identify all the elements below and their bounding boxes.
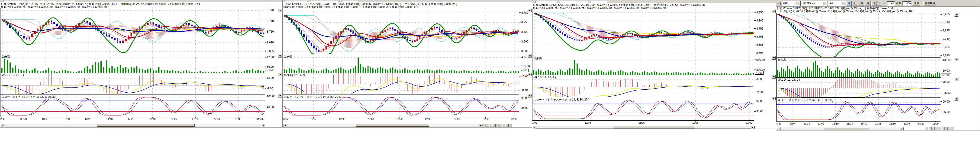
scrollbar-thumb[interactable]	[356, 124, 429, 127]
stochastics-plot[interactable]: スロー・ストキャスティクス( 14, 3, 80, 20 )	[776, 97, 941, 121]
x-axis-label: 12:00	[63, 118, 70, 120]
chart-tool-button[interactable]	[486, 124, 489, 127]
chart-tool-button[interactable]	[951, 127, 954, 130]
symbol-combo-1[interactable]: 日経225mini	[800, 1, 827, 6]
scroll-right-button[interactable]	[261, 124, 265, 127]
toolbar-dropdown-button[interactable]	[777, 2, 781, 5]
symbol-combo-2[interactable]: 11/12	[827, 1, 845, 6]
candlestick-plot[interactable]	[532, 9, 755, 56]
stochastics-plot[interactable]: スロー・ストキャスティクス( 14, 3, 80, 20 )	[283, 94, 520, 117]
chart-tool-button[interactable]	[483, 124, 486, 127]
section-dropdown-button[interactable]	[528, 9, 531, 12]
scroll-right-button[interactable]	[900, 127, 904, 130]
scrollbar-track[interactable]	[536, 126, 751, 129]
chevron-down-icon	[773, 98, 775, 99]
axis-value: 8,685	[943, 46, 950, 49]
macd-plot[interactable]: MACD( 12, 26, 9 )	[0, 73, 265, 94]
period-button-4[interactable]: 1	[878, 1, 882, 6]
scroll-left-button[interactable]	[533, 126, 536, 129]
combo-value: 先物	[783, 2, 788, 5]
candlestick-plot[interactable]	[776, 13, 941, 58]
volume-plot[interactable]: 出来高	[0, 54, 265, 73]
scrollbar-thumb[interactable]	[97, 124, 195, 127]
chart-tool-button[interactable]	[938, 127, 941, 130]
period-button-1[interactable]: 週	[859, 1, 864, 6]
chart-tool-button[interactable]	[502, 124, 505, 127]
multi-symbol-button[interactable]: 複数銘柄	[923, 1, 936, 6]
count-input[interactable]: 300	[902, 2, 911, 6]
section-dropdown-button[interactable]	[955, 77, 958, 81]
section-dropdown-button[interactable]	[955, 13, 958, 17]
symbol-combo-0[interactable]: 先物	[782, 1, 800, 6]
stochastics-plot[interactable]: スロー・ストキャスティクス( 14, 3, 80, 20 )	[532, 97, 755, 121]
chevron-down-icon[interactable]	[841, 2, 845, 5]
chart-tool-button[interactable]	[945, 127, 948, 130]
chart-tool-button[interactable]	[496, 124, 499, 127]
horizontal-scrollbar[interactable]	[777, 127, 904, 130]
section-dropdown-button[interactable]	[528, 54, 531, 58]
section-dropdown-button[interactable]	[278, 54, 282, 58]
axis-tick	[265, 88, 266, 89]
volume-plot[interactable]: 出来高	[532, 56, 755, 75]
section-dropdown-button[interactable]	[528, 94, 531, 97]
scroll-left-button[interactable]	[283, 124, 287, 127]
chevron-down-icon[interactable]	[795, 2, 799, 5]
chart-tool-button[interactable]	[493, 124, 496, 127]
period-button-3[interactable]: 分	[872, 1, 877, 6]
scrollbar-track[interactable]	[287, 124, 479, 127]
section-dropdown-button[interactable]	[528, 73, 531, 76]
price-axis-label: 8,680	[265, 41, 274, 44]
section-dropdown-button[interactable]	[772, 97, 776, 100]
scroll-right-button[interactable]	[751, 126, 754, 129]
price-axis-label: 8,910	[940, 20, 950, 24]
bar-type-button[interactable]: 足	[846, 1, 852, 6]
candlestick-plot[interactable]	[0, 8, 265, 54]
scrollbar-thumb[interactable]	[614, 126, 695, 129]
chart-tool-button[interactable]	[929, 127, 932, 130]
volume-plot[interactable]: 出来高	[283, 54, 520, 73]
section-dropdown-button[interactable]	[278, 94, 282, 97]
macd-plot[interactable]: MACD( 12, 26, 9 )	[532, 75, 755, 97]
scroll-right-button[interactable]	[479, 124, 482, 127]
scroll-left-button[interactable]	[1, 124, 5, 127]
scrollbar-track[interactable]	[781, 127, 900, 130]
period-button-2[interactable]: 月	[865, 1, 870, 6]
chart-tool-button[interactable]	[932, 127, 935, 130]
macd-plot[interactable]: MACD( 12, 26, 9 )	[283, 73, 520, 94]
scroll-left-button[interactable]	[777, 127, 781, 130]
section-dropdown-button[interactable]	[772, 9, 776, 13]
scrollbar-thumb[interactable]	[824, 127, 869, 130]
horizontal-scrollbar[interactable]	[533, 126, 755, 129]
section-dropdown-button[interactable]	[278, 73, 282, 76]
price-axis-column: 8,8558,8058,7558,7058,6558,605900.00300.…	[754, 9, 776, 124]
period-button-0[interactable]: 日	[853, 1, 858, 6]
horizontal-scrollbar[interactable]	[1, 124, 265, 127]
axis-value: 185.00	[521, 65, 530, 68]
minute-input[interactable]: 60	[887, 2, 895, 6]
chart-tool-button[interactable]	[509, 124, 512, 127]
chart-tool-button[interactable]	[942, 127, 945, 130]
volume-plot[interactable]: 出来高	[776, 57, 941, 78]
candlestick-plot[interactable]	[283, 8, 520, 54]
macd-plot[interactable]: MACD( 12, 26, 9 )	[776, 77, 941, 98]
scrollbar-track[interactable]	[5, 124, 261, 127]
axis-value: 8,710	[267, 30, 274, 33]
section-dropdown-button[interactable]	[278, 9, 282, 12]
chevron-down-icon[interactable]	[822, 2, 826, 5]
section-dropdown-button[interactable]	[772, 56, 776, 60]
section-dropdown-button[interactable]	[955, 97, 958, 101]
axis-tick	[265, 31, 266, 32]
section-dropdown-button[interactable]	[772, 75, 776, 78]
chart-tool-button[interactable]	[925, 127, 928, 130]
apply-button[interactable]: 適用	[912, 1, 920, 6]
horizontal-scrollbar[interactable]	[283, 124, 482, 127]
chart-tool-button[interactable]	[948, 127, 951, 130]
x-axis-label: 11/08	[692, 121, 698, 124]
chart-tool-button[interactable]	[506, 124, 509, 127]
stochastics-plot[interactable]: スロー・ストキャスティクス( 14, 3, 80, 20 )	[0, 94, 265, 117]
section-dropdown-button[interactable]	[955, 58, 958, 61]
chart-tool-button[interactable]	[489, 124, 492, 127]
chart-tool-button[interactable]	[935, 127, 938, 130]
chart-tool-button[interactable]	[499, 124, 502, 127]
chevron-down-icon	[529, 55, 531, 57]
